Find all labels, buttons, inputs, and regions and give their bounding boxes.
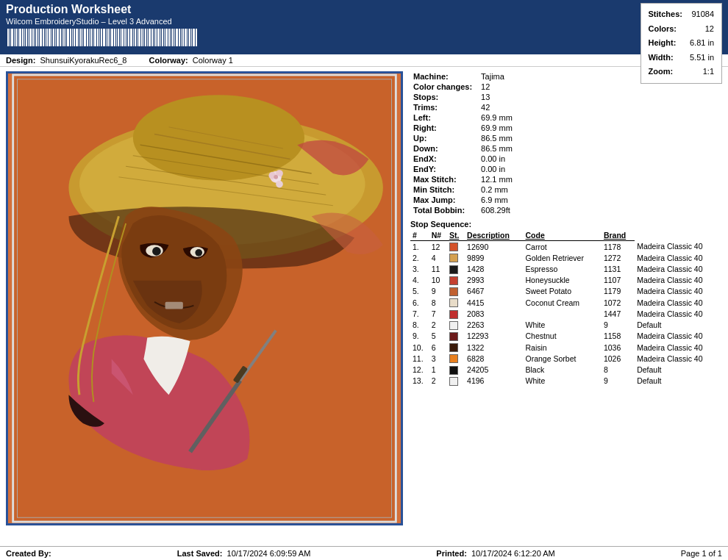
row-code: 1179 [602, 286, 635, 297]
row-n: 11 [429, 263, 447, 274]
last-saved-value: 10/17/2024 6:09:59 AM [227, 549, 311, 558]
design-value: ShunsuiKyorakuRec6_8 [40, 56, 126, 65]
svg-rect-43 [94, 29, 96, 46]
svg-rect-49 [107, 29, 109, 46]
endx-label: EndX: [410, 154, 478, 164]
color-swatch [449, 254, 458, 262]
svg-rect-22 [51, 29, 52, 46]
row-n: 2 [429, 376, 447, 387]
svg-rect-87 [188, 29, 188, 46]
row-st: 2083 [465, 308, 523, 319]
svg-rect-77 [165, 29, 168, 46]
table-row: 9. 5 12293 Chestnut 1158 Madeira Classic… [410, 331, 722, 342]
row-n: 3 [429, 353, 447, 364]
row-brand: Madeira Classic 40 [635, 331, 722, 342]
row-desc: Orange Sorbet [524, 353, 602, 364]
row-desc: Honeysuckle [524, 275, 602, 286]
last-saved: Last Saved: 10/17/2024 6:09:59 AM [177, 549, 311, 558]
header-bar: Production Worksheet Wilcom EmbroiderySt… [0, 0, 728, 54]
right-label: Right: [410, 123, 478, 133]
svg-rect-84 [181, 29, 182, 46]
row-swatch [447, 263, 465, 274]
svg-rect-13 [32, 29, 34, 46]
svg-rect-54 [118, 29, 119, 46]
svg-rect-36 [80, 29, 82, 46]
stop-sequence-title: Stop Sequence: [410, 220, 722, 229]
row-brand: Madeira Classic 40 [635, 275, 722, 286]
svg-rect-85 [182, 29, 184, 46]
svg-rect-67 [145, 29, 146, 46]
row-n: 10 [429, 275, 447, 286]
col-brand: Brand [602, 230, 635, 241]
row-swatch [447, 275, 465, 286]
row-n: 1 [429, 364, 447, 375]
color-swatch [449, 310, 458, 319]
embroidery-svg [8, 73, 401, 523]
row-num: 8. [410, 320, 429, 331]
row-n: 8 [429, 297, 447, 308]
svg-rect-26 [60, 29, 61, 46]
table-row: 6. 8 4415 Coconut Cream 1072 Madeira Cla… [410, 297, 722, 308]
svg-rect-27 [62, 29, 63, 46]
col-num: # [410, 230, 429, 241]
footer: Created By: Last Saved: 10/17/2024 6:09:… [0, 546, 728, 560]
svg-rect-15 [36, 29, 38, 46]
row-swatch [447, 308, 465, 319]
color-swatch [449, 243, 458, 251]
created-by: Created By: [6, 549, 51, 558]
row-code: 1036 [602, 342, 635, 353]
svg-rect-3 [11, 29, 13, 46]
row-n: 4 [429, 252, 447, 263]
svg-rect-59 [128, 29, 129, 46]
colorway-value: Colorway 1 [193, 56, 233, 65]
row-code: 1107 [602, 275, 635, 286]
col-desc: Description [465, 230, 523, 241]
row-desc [524, 308, 602, 319]
table-row: 12. 1 24205 Black 8 Default [410, 364, 722, 375]
page-number: Page 1 of 1 [681, 549, 722, 558]
color-swatch [449, 276, 458, 285]
row-brand: Madeira Classic 40 [635, 286, 722, 297]
page-title: Production Worksheet [6, 3, 722, 16]
max-stitch-label: Max Stitch: [410, 174, 478, 184]
row-brand: Madeira Classic 40 [635, 342, 722, 353]
row-st: 2263 [465, 320, 523, 331]
svg-rect-50 [110, 29, 110, 46]
row-code: 8 [602, 364, 635, 375]
created-by-label: Created By: [6, 549, 51, 558]
svg-rect-24 [55, 29, 56, 46]
row-swatch [447, 252, 465, 263]
barcode-svg: // draw barcode bars inline [6, 27, 197, 48]
down-value: 86.5 mm [478, 143, 515, 154]
svg-rect-62 [135, 29, 136, 46]
svg-rect-57 [124, 29, 126, 46]
svg-point-115 [274, 175, 278, 179]
svg-rect-86 [185, 29, 187, 46]
row-code: 9 [602, 320, 635, 331]
svg-rect-9 [24, 29, 25, 46]
table-row: 3. 11 1428 Espresso 1131 Madeira Classic… [410, 263, 722, 274]
row-num: 5. [410, 286, 429, 297]
row-code: 1447 [602, 308, 635, 319]
row-st: 12293 [465, 331, 523, 342]
stops-label: Stops: [410, 92, 478, 102]
color-changes-label: Color changes: [410, 82, 478, 92]
row-code: 1131 [602, 263, 635, 274]
design-info: Design: ShunsuiKyorakuRec6_8 Colorway: C… [0, 54, 728, 67]
endx-value: 0.00 in [478, 154, 515, 164]
svg-rect-72 [155, 29, 157, 46]
svg-rect-60 [130, 29, 132, 46]
svg-rect-11 [28, 29, 29, 46]
table-row: 7. 7 2083 1447 Madeira Classic 40 [410, 308, 722, 319]
svg-rect-52 [114, 29, 115, 46]
svg-rect-46 [101, 29, 102, 46]
table-row: 13. 2 4196 White 9 Default [410, 376, 722, 387]
svg-rect-37 [82, 29, 83, 46]
color-swatch [449, 366, 458, 375]
svg-rect-4 [14, 29, 15, 46]
printed-label: Printed: [436, 549, 467, 558]
row-num: 6. [410, 297, 429, 308]
table-row: 1. 12 12690 Carrot 1178 Madeira Classic … [410, 241, 722, 253]
svg-rect-68 [147, 29, 148, 46]
svg-rect-6 [18, 29, 18, 46]
